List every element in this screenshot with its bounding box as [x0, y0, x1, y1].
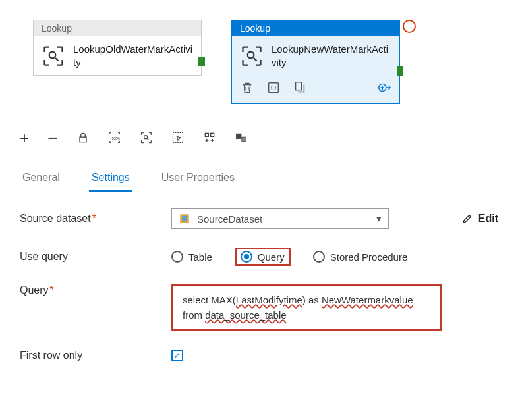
source-dataset-dropdown[interactable]: SourceDataset ▾: [171, 208, 389, 229]
edit-button[interactable]: Edit: [461, 213, 498, 224]
lookup-icon: [42, 44, 65, 68]
select-icon[interactable]: [171, 131, 185, 146]
use-query-label: Use query: [20, 251, 158, 263]
zoom-fit-icon[interactable]: [140, 131, 153, 146]
add-output-icon[interactable]: [377, 80, 391, 97]
use-query-radio-group: Table Query Stored Procedure: [171, 248, 407, 266]
delete-icon[interactable]: [240, 80, 254, 97]
radio-stored-procedure[interactable]: Stored Procedure: [313, 251, 408, 263]
svg-point-7: [144, 135, 148, 138]
tab-user-properties[interactable]: User Properties: [159, 167, 237, 192]
settings-panel: Source dataset* SourceDataset ▾ Edit Use…: [0, 192, 518, 393]
check-icon: ✓: [173, 351, 181, 360]
query-textarea[interactable]: select MAX(LastModifytime) as NewWaterma…: [171, 284, 442, 331]
success-connector[interactable]: [198, 57, 205, 66]
lookup-icon: [240, 44, 264, 68]
caret-down-icon: ▾: [376, 213, 382, 224]
activity-name-label: LookupOldWaterMarkActivity: [73, 43, 193, 68]
radio-query[interactable]: Query: [241, 251, 285, 263]
svg-rect-5: [80, 137, 86, 142]
svg-rect-11: [237, 134, 242, 139]
tab-settings[interactable]: Settings: [89, 167, 132, 192]
property-tabs: General Settings User Properties: [0, 157, 518, 192]
activity-lookup-new-watermark[interactable]: Lookup LookupNewWaterMarkActivity: [231, 20, 400, 104]
activity-type-label: Lookup: [34, 20, 201, 36]
svg-rect-10: [211, 133, 214, 136]
svg-rect-2: [269, 83, 279, 93]
annotation-circle: [403, 20, 416, 33]
auto-align-icon[interactable]: [203, 131, 216, 146]
svg-point-1: [248, 51, 254, 58]
svg-rect-3: [296, 82, 302, 90]
source-dataset-label: Source dataset*: [20, 213, 158, 224]
svg-text:100%: 100%: [112, 136, 121, 140]
first-row-only-label: First row only: [20, 350, 158, 361]
svg-rect-8: [173, 132, 183, 142]
zoom-100-icon[interactable]: 100%: [108, 131, 121, 146]
code-icon[interactable]: [266, 80, 281, 97]
svg-rect-12: [242, 137, 246, 142]
tab-general[interactable]: General: [20, 167, 63, 192]
zoom-in-button[interactable]: +: [20, 130, 29, 146]
canvas-toolbar: + − 100%: [0, 117, 518, 157]
source-dataset-value: SourceDataset: [197, 213, 262, 224]
activity-name-label: LookupNewWaterMarkActivity: [272, 43, 391, 68]
svg-rect-9: [206, 133, 209, 136]
lock-icon[interactable]: [76, 131, 90, 146]
copy-icon[interactable]: [293, 80, 307, 97]
first-row-only-checkbox[interactable]: ✓: [171, 350, 183, 361]
activity-type-label: Lookup: [232, 20, 399, 36]
pipeline-canvas[interactable]: Lookup LookupOldWaterMarkActivity Lookup: [0, 0, 518, 117]
sql-datasource-icon: [179, 213, 190, 224]
pencil-icon: [461, 213, 473, 224]
svg-point-0: [49, 51, 56, 58]
layout-icon[interactable]: [235, 131, 248, 146]
activity-lookup-old-watermark[interactable]: Lookup LookupOldWaterMarkActivity: [33, 20, 202, 76]
zoom-out-button[interactable]: −: [47, 129, 58, 147]
query-label: Query*: [20, 284, 158, 296]
radio-table[interactable]: Table: [171, 251, 212, 263]
success-connector[interactable]: [397, 66, 403, 76]
